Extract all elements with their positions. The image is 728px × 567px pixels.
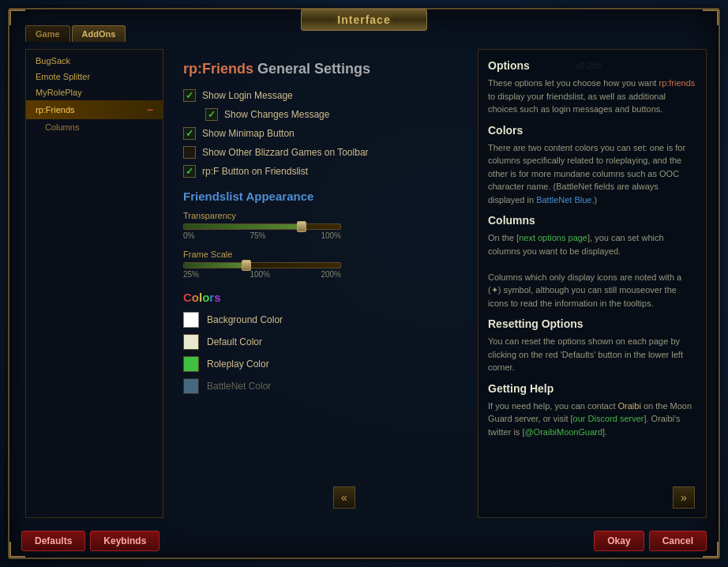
show-minimap-checkbox[interactable]	[183, 127, 196, 140]
tab-game[interactable]: Game	[25, 25, 70, 42]
sidebar-item-bugsack[interactable]: BugSack	[26, 53, 163, 69]
default-color-swatch[interactable]	[183, 334, 199, 350]
show-blizzard-label: Show Other Blizzard Games on Toolbar	[202, 147, 369, 158]
title-rp: rp:Friends	[183, 61, 253, 77]
info-panel: Options These options let you choose how…	[478, 49, 707, 518]
show-blizzard-checkbox[interactable]	[183, 146, 196, 159]
background-color-label: Background Color	[207, 314, 283, 325]
bottom-right-buttons: Okay Cancel	[594, 531, 707, 551]
frame-scale-marks: 25% 100% 200%	[183, 270, 341, 279]
sidebar-item-emote-splitter[interactable]: Emote Splitter	[26, 69, 163, 84]
collapse-icon: −	[147, 103, 153, 116]
sidebar-item-columns[interactable]: Columns	[26, 119, 163, 135]
tab-area: Game AddOns	[25, 25, 126, 42]
roleplay-color-label: Roleplay Color	[207, 359, 269, 370]
show-minimap-label: Show Minimap Button	[202, 128, 295, 139]
info-title-columns: Columns	[488, 214, 696, 227]
transparency-thumb[interactable]	[297, 221, 306, 232]
info-text-colors: There are two content colors you can set…	[488, 141, 696, 207]
transparency-fill	[184, 224, 302, 229]
frame-scale-thumb[interactable]	[242, 260, 251, 271]
nav-next-button[interactable]: »	[673, 486, 695, 509]
defaults-button[interactable]: Defaults	[21, 531, 85, 551]
show-login-checkbox[interactable]	[183, 89, 196, 102]
info-text-columns: On the [next options page], you can set …	[488, 231, 696, 310]
sidebar-item-myroleplay[interactable]: MyRolePlay	[26, 84, 163, 100]
info-text-options: These options let you choose how you wan…	[488, 77, 696, 116]
cancel-button[interactable]: Cancel	[649, 531, 707, 551]
info-title-help: Getting Help	[488, 382, 696, 395]
frame-scale-fill	[184, 263, 246, 268]
corner-tr	[703, 9, 719, 25]
background-color-swatch[interactable]	[183, 312, 199, 328]
sidebar-item-rp-friends[interactable]: rp:Friends −	[26, 100, 163, 119]
show-changes-checkbox[interactable]	[205, 108, 218, 121]
roleplay-color-swatch[interactable]	[183, 356, 199, 372]
rpf-button-checkbox[interactable]	[183, 165, 196, 178]
okay-button[interactable]: Okay	[594, 531, 644, 551]
content-area: rp:Friends General Settings Show Login M…	[171, 49, 707, 518]
info-title-reset: Resetting Options	[488, 317, 696, 330]
corner-tl	[9, 9, 25, 25]
battlenet-color-label: BattleNet Color	[207, 381, 271, 392]
title-bar: Interface	[301, 9, 427, 31]
info-title-options: Options	[488, 59, 696, 72]
tab-addons[interactable]: AddOns	[72, 25, 126, 42]
default-color-label: Default Color	[207, 336, 262, 347]
bottom-left-buttons: Defaults Keybinds	[21, 531, 159, 551]
battlenet-color-swatch	[183, 378, 199, 394]
sidebar: BugSack Emote Splitter MyRolePlay rp:Fri…	[25, 49, 163, 518]
window-title: Interface	[337, 13, 390, 26]
info-text-help: If you need help, you can contact Oraibi…	[488, 400, 696, 439]
title-rest: General Settings	[257, 61, 370, 77]
frame-scale-track[interactable]	[183, 262, 341, 268]
show-login-label: Show Login Message	[202, 90, 293, 101]
bottom-bar: Defaults Keybinds Okay Cancel	[21, 531, 707, 551]
rpf-button-label: rp:F Button on Friendslist	[202, 166, 308, 177]
keybinds-button[interactable]: Keybinds	[90, 531, 159, 551]
info-text-reset: You can reset the options shown on each …	[488, 335, 696, 374]
transparency-marks: 0% 75% 100%	[183, 231, 341, 240]
show-changes-label: Show Changes Message	[224, 109, 329, 120]
nav-prev-button[interactable]: «	[333, 486, 355, 509]
info-title-colors: Colors	[488, 124, 696, 137]
transparency-track[interactable]	[183, 223, 341, 230]
main-frame: Interface Game AddOns BugSack Emote Spli…	[8, 8, 720, 559]
